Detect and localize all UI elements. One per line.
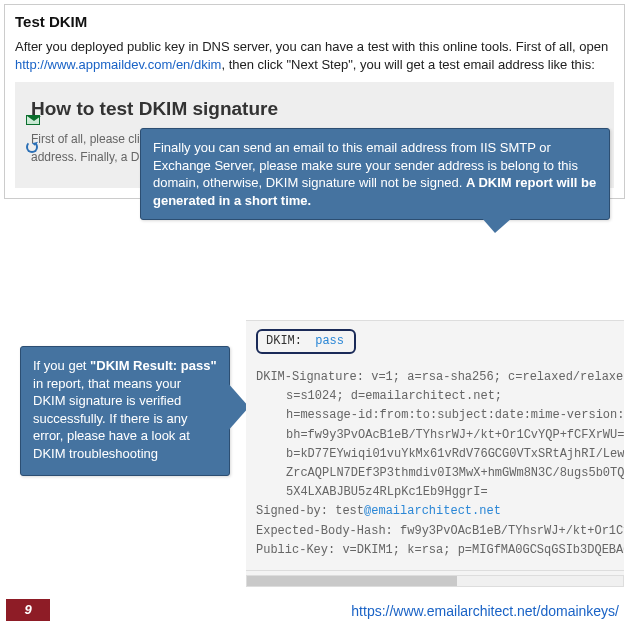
mail-icon bbox=[26, 115, 40, 125]
callout-left-bold: "DKIM Result: pass" bbox=[90, 358, 216, 373]
refresh-icon bbox=[26, 141, 38, 153]
sig-line-6: ZrcAQPLN7DEf3P3thmdiv0I3MwX+hmGWm8N3C/8u… bbox=[256, 464, 624, 483]
callout-left-t1: If you get bbox=[33, 358, 90, 373]
dkim-pass-highlight: DKIM: pass bbox=[256, 329, 356, 354]
intro-paragraph: After you deployed public key in DNS ser… bbox=[15, 38, 614, 74]
intro-link[interactable]: http://www.appmaildev.com/en/dkim bbox=[15, 57, 221, 72]
sig-line-7: 5X4LXABJBU5z4RLpKc1Eb9HggrI= bbox=[256, 483, 624, 502]
sig-line-3: h=message-id:from:to:subject:date:mime-v… bbox=[256, 406, 624, 425]
signed-by-line: Signed-by: test@emailarchitect.net bbox=[256, 502, 624, 521]
dkim-value: pass bbox=[315, 334, 344, 348]
page-footer: 9 https://www.emailarchitect.net/domaink… bbox=[0, 595, 629, 625]
sig-line-5: b=kD77EYwiqi01vuYkMx61vRdV76GCG0VTxSRtAj… bbox=[256, 445, 624, 464]
report-scrollbar[interactable] bbox=[246, 575, 624, 587]
callout-left-t2: in report, that means your DKIM signatur… bbox=[33, 376, 190, 461]
scrollbar-thumb[interactable] bbox=[247, 576, 457, 586]
public-key-line: Public-Key: v=DKIM1; k=rsa; p=MIGfMA0GCS… bbox=[256, 541, 624, 560]
sig-line-2: s=s1024; d=emailarchitect.net; bbox=[256, 387, 624, 406]
screenshot-heading: How to test DKIM signature bbox=[31, 98, 604, 120]
callout-left: If you get "DKIM Result: pass" in report… bbox=[20, 346, 230, 476]
footer-link[interactable]: https://www.emailarchitect.net/domainkey… bbox=[351, 603, 619, 619]
callout-top: Finally you can send an email to this em… bbox=[140, 128, 610, 220]
dkim-label: DKIM: bbox=[266, 334, 302, 348]
section-title: Test DKIM bbox=[15, 13, 614, 30]
intro-text-after: , then click "Next Step", you will get a… bbox=[221, 57, 594, 72]
sig-line-1: DKIM-Signature: v=1; a=rsa-sha256; c=rel… bbox=[256, 368, 624, 387]
dkim-report-box: DKIM: pass DKIM-Signature: v=1; a=rsa-sh… bbox=[246, 320, 624, 575]
sig-line-4: bh=fw9y3PvOAcB1eB/TYhsrWJ+/kt+Or1CvYQP+f… bbox=[256, 426, 624, 445]
intro-text-before: After you deployed public key in DNS ser… bbox=[15, 39, 608, 54]
page-number-badge: 9 bbox=[6, 599, 50, 621]
report-divider bbox=[246, 570, 624, 571]
expected-hash-line: Expected-Body-Hash: fw9y3PvOAcB1eB/TYhsr… bbox=[256, 522, 624, 541]
